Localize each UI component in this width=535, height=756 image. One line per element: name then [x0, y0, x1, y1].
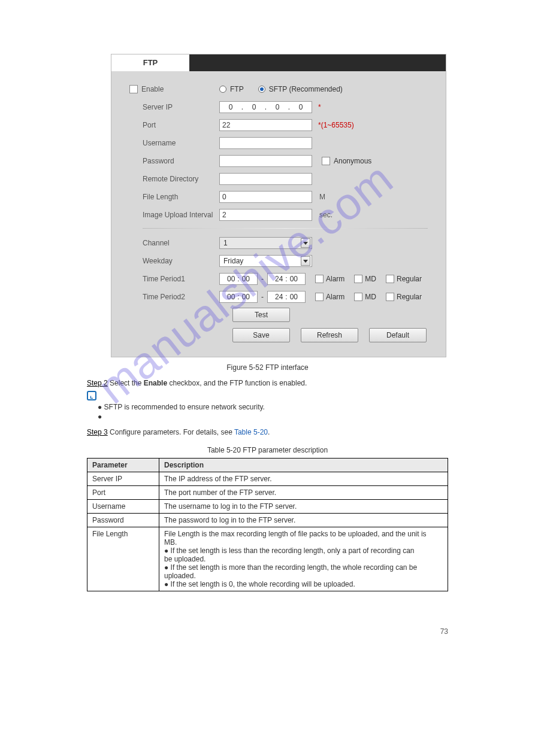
server-ip-input[interactable]: 0. 0. 0. 0 — [219, 101, 312, 113]
cell-param: File Length — [87, 527, 159, 591]
weekday-select[interactable]: Friday — [219, 255, 312, 267]
server-ip-label: Server IP — [129, 103, 219, 111]
tp1-alarm-label: Alarm — [326, 275, 344, 283]
tp2-regular-checkbox[interactable] — [386, 293, 394, 301]
step-2-text-b: checkbox, and the FTP function is enable… — [169, 379, 307, 387]
save-button[interactable]: Save — [232, 328, 290, 342]
remote-directory-input[interactable] — [219, 173, 312, 185]
table-row: Port The port number of the FTP server. — [87, 486, 448, 500]
cell-desc: The IP address of the FTP server. — [159, 472, 448, 486]
protocol-sftp-radio[interactable] — [258, 86, 265, 93]
cell-param: Username — [87, 500, 159, 514]
weekday-label: Weekday — [129, 257, 219, 265]
ip-octet-1[interactable]: 0 — [222, 103, 239, 111]
step-2-label: Step 2 — [87, 379, 108, 387]
port-label: Port — [129, 121, 219, 129]
tp1-regular-label: Regular — [397, 275, 422, 283]
test-button[interactable]: Test — [232, 308, 290, 322]
cell-desc: File Length is the max recording length … — [159, 527, 448, 591]
tp1-start-input[interactable]: 00:00 — [219, 273, 258, 285]
cell-desc: The username to log in to the FTP server… — [159, 500, 448, 514]
ftp-settings-panel: FTP Enable FTP SFTP (Recommended) Server… — [111, 54, 446, 357]
file-length-label: File Length — [129, 193, 219, 201]
figure-caption: Figure 5-52 FTP interface — [87, 363, 448, 372]
ip-octet-3[interactable]: 0 — [269, 103, 286, 111]
tp2-start-input[interactable]: 00:00 — [219, 291, 258, 303]
tp2-md-label: MD — [365, 293, 376, 301]
tp1-end-input[interactable]: 24:00 — [267, 273, 306, 285]
protocol-ftp-label: FTP — [230, 85, 244, 93]
tp1-md-checkbox[interactable] — [354, 275, 362, 283]
tp2-md-checkbox[interactable] — [354, 293, 362, 301]
tp2-alarm-label: Alarm — [326, 293, 344, 301]
channel-select[interactable]: 1 — [219, 237, 312, 249]
enable-checkbox[interactable] — [129, 85, 138, 93]
username-input[interactable] — [219, 137, 312, 149]
chevron-down-icon — [301, 238, 310, 248]
channel-label: Channel — [129, 239, 219, 247]
cell-param: Port — [87, 486, 159, 500]
default-button[interactable]: Default — [369, 328, 427, 342]
protocol-sftp-label: SFTP (Recommended) — [269, 85, 343, 93]
tp2-alarm-checkbox[interactable] — [315, 293, 324, 301]
refresh-button[interactable]: Refresh — [301, 328, 358, 342]
note-bullet-1: ● SFTP is recommended to ensure network … — [98, 403, 448, 411]
tab-bar: FTP — [111, 54, 446, 71]
remote-directory-label: Remote Directory — [129, 175, 219, 183]
anonymous-label: Anonymous — [334, 157, 371, 165]
chevron-down-icon — [301, 256, 310, 266]
tp1-regular-checkbox[interactable] — [386, 275, 394, 283]
enable-label: Enable — [141, 85, 164, 93]
step-3-link[interactable]: Table 5-20 — [234, 428, 268, 436]
password-label: Password — [129, 157, 219, 165]
tab-bar-fill — [189, 54, 446, 71]
table-row: Username The username to log in to the F… — [87, 500, 448, 514]
table-row: File Length File Length is the max recor… — [87, 527, 448, 591]
step-3-text: Configure parameters. For details, see — [110, 428, 234, 436]
step-3-label: Step 3 — [87, 428, 108, 436]
file-length-unit: M — [319, 193, 325, 201]
port-hint: *(1~65535) — [318, 121, 354, 129]
cell-desc: The port number of the FTP server. — [159, 486, 448, 500]
th-parameter: Parameter — [87, 459, 159, 472]
protocol-ftp-radio[interactable] — [219, 86, 226, 93]
page-number: 73 — [87, 627, 448, 636]
ip-octet-4[interactable]: 0 — [292, 103, 309, 111]
password-input[interactable] — [219, 155, 312, 167]
file-length-input[interactable]: 0 — [219, 191, 312, 203]
table-row: Server IP The IP address of the FTP serv… — [87, 472, 448, 486]
step-2-enable-word: Enable — [144, 379, 167, 387]
time-period-2-label: Time Period2 — [129, 293, 219, 301]
cell-param: Password — [87, 514, 159, 527]
tp2-end-input[interactable]: 24:00 — [267, 291, 306, 303]
note-bullet-2: ● — [98, 412, 448, 421]
anonymous-checkbox[interactable] — [322, 157, 330, 165]
table-caption: Table 5-20 FTP parameter description — [87, 446, 448, 454]
tp2-regular-label: Regular — [397, 293, 422, 301]
tab-ftp[interactable]: FTP — [111, 54, 189, 71]
step-2-text-a: Select the — [110, 379, 144, 387]
username-label: Username — [129, 139, 219, 147]
section-divider — [143, 228, 428, 229]
cell-desc: The password to log in to the FTP server… — [159, 514, 448, 527]
ip-octet-2[interactable]: 0 — [246, 103, 262, 111]
weekday-value: Friday — [223, 257, 243, 265]
tp1-alarm-checkbox[interactable] — [315, 275, 324, 283]
server-ip-required-mark: * — [318, 103, 321, 111]
table-row: Password The password to log in to the F… — [87, 514, 448, 527]
tp1-md-label: MD — [365, 275, 376, 283]
channel-value: 1 — [223, 239, 228, 247]
note-icon: ⌞ — [87, 391, 96, 400]
port-input[interactable]: 22 — [219, 119, 312, 131]
th-description: Description — [159, 459, 448, 472]
upload-interval-unit: sec. — [319, 211, 333, 219]
time-period-1-label: Time Period1 — [129, 275, 219, 283]
upload-interval-label: Image Upload Interval — [129, 211, 219, 219]
parameter-table: Parameter Description Server IP The IP a… — [87, 458, 448, 591]
upload-interval-input[interactable]: 2 — [219, 209, 312, 221]
cell-param: Server IP — [87, 472, 159, 486]
